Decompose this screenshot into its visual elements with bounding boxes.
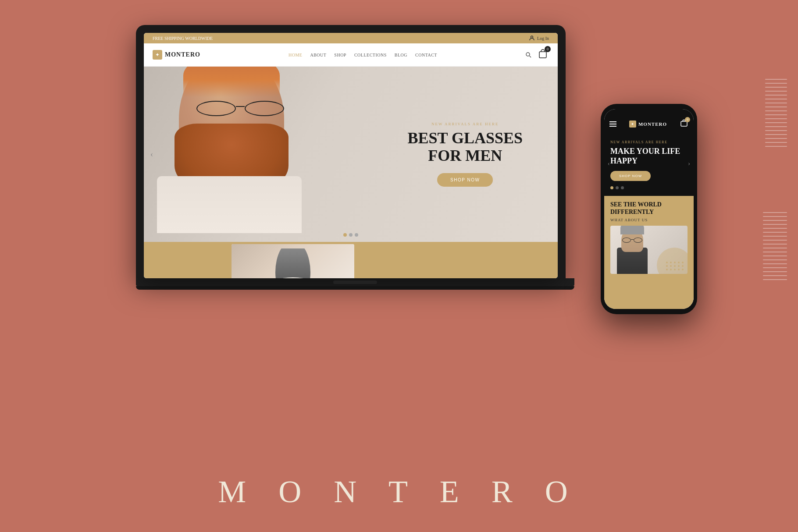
- dot-1[interactable]: [343, 233, 347, 237]
- phone-logo-icon: ✦: [629, 121, 636, 128]
- svg-rect-4: [681, 121, 687, 126]
- phone-cart-count: 0: [685, 117, 690, 122]
- phone-about-title: SEE THE WORLD DIFFERENTLY: [610, 201, 688, 216]
- shipping-text: FREE SHIPPING WORLDWIDE: [153, 36, 213, 41]
- hero-content: NEW ARRIVALS ARE HERE BEST GLASSES FOR M…: [408, 122, 523, 187]
- nav-blog[interactable]: BLOG: [395, 53, 407, 57]
- site-nav: HOME ABOUT SHOP COLLECTIONS BLOG CONTACT: [289, 53, 437, 57]
- bottom-section-card: [232, 244, 354, 278]
- header-icons: 0: [525, 48, 549, 62]
- hero-man-area: [144, 67, 359, 242]
- nav-about[interactable]: ABOUT: [310, 53, 326, 57]
- hero-cta-button[interactable]: SHOP NOW: [437, 173, 493, 187]
- dot-2[interactable]: [349, 233, 353, 237]
- phone: ✦ MONTERO 0 ‹ › NEW ARRIVALS: [601, 104, 697, 314]
- phone-about-subtitle: WHAT ABOUT US: [610, 218, 688, 222]
- svg-line-2: [530, 56, 531, 58]
- phone-notch: [631, 109, 666, 118]
- hamburger-icon[interactable]: [609, 121, 616, 127]
- phone-cart-button[interactable]: 0: [680, 119, 688, 129]
- phone-dot-1[interactable]: [610, 186, 613, 189]
- man-figure: [170, 67, 302, 207]
- slide-dots: [343, 233, 358, 237]
- person-silhouette: [617, 230, 648, 274]
- hero-section: NEW ARRIVALS ARE HERE BEST GLASSES FOR M…: [144, 67, 558, 242]
- glasses: [196, 97, 284, 119]
- phone-hero: ‹ › NEW ARRIVALS ARE HERE MAKE YOUR LIFE…: [604, 134, 694, 196]
- right-decorative-lines: [765, 79, 787, 147]
- cart-button[interactable]: 0: [537, 48, 549, 62]
- phone-about-section: SEE THE WORLD DIFFERENTLY WHAT ABOUT US: [604, 196, 694, 309]
- phone-hero-title: MAKE YOUR LIFE HAPPY: [610, 147, 688, 166]
- user-icon: [529, 35, 535, 41]
- svg-point-1: [526, 53, 530, 56]
- hero-title: BEST GLASSES FOR MEN: [408, 130, 523, 164]
- phone-dot-3[interactable]: [621, 186, 624, 189]
- brand-title: M O N T E R O: [218, 474, 580, 510]
- phone-hero-cta[interactable]: SHOP NOW: [610, 171, 651, 181]
- nav-collections[interactable]: COLLECTIONS: [354, 53, 387, 57]
- silhouette-glasses: [622, 238, 642, 244]
- phone-dot-2[interactable]: [616, 186, 619, 189]
- laptop-screen: FREE SHIPPING WORLDWIDE Log In ✦ MONTERO: [144, 33, 558, 278]
- logo-text: MONTERO: [165, 51, 200, 58]
- dot-3[interactable]: [355, 233, 358, 237]
- phone-logo-text: MONTERO: [638, 121, 667, 127]
- site-bottom-section: [144, 242, 558, 278]
- nav-shop[interactable]: SHOP: [334, 53, 346, 57]
- circle-accent: [657, 248, 688, 274]
- phone-screen: ✦ MONTERO 0 ‹ › NEW ARRIVALS: [604, 109, 694, 309]
- phone-arrow-right[interactable]: ›: [688, 160, 690, 167]
- phone-about-image: [610, 226, 688, 274]
- phone-hero-subtitle: NEW ARRIVALS ARE HERE: [610, 140, 688, 144]
- login-text[interactable]: Log In: [537, 36, 549, 41]
- hero-subtitle: NEW ARRIVALS ARE HERE: [408, 122, 523, 126]
- bottom-card-image: [232, 244, 354, 278]
- laptop-frame: FREE SHIPPING WORLDWIDE Log In ✦ MONTERO: [136, 25, 574, 290]
- hero-arrow-left[interactable]: ‹: [150, 150, 153, 159]
- site-topbar: FREE SHIPPING WORLDWIDE Log In: [144, 33, 558, 43]
- phone-logo: ✦ MONTERO: [629, 121, 667, 128]
- site-logo: ✦ MONTERO: [153, 50, 200, 60]
- phone-slide-dots: [610, 186, 688, 189]
- svg-rect-3: [539, 52, 546, 58]
- phone-arrow-left[interactable]: ‹: [608, 160, 610, 167]
- search-icon[interactable]: [525, 52, 531, 58]
- nav-contact[interactable]: CONTACT: [415, 53, 437, 57]
- laptop-foot: [136, 286, 574, 290]
- nav-home[interactable]: HOME: [289, 53, 302, 57]
- laptop-base: [136, 278, 574, 286]
- logo-icon: ✦: [153, 50, 162, 60]
- cart-count: 0: [545, 46, 551, 52]
- site-header: ✦ MONTERO HOME ABOUT SHOP COLLECTIONS BL…: [144, 43, 558, 67]
- phone-frame: ✦ MONTERO 0 ‹ › NEW ARRIVALS: [601, 104, 697, 419]
